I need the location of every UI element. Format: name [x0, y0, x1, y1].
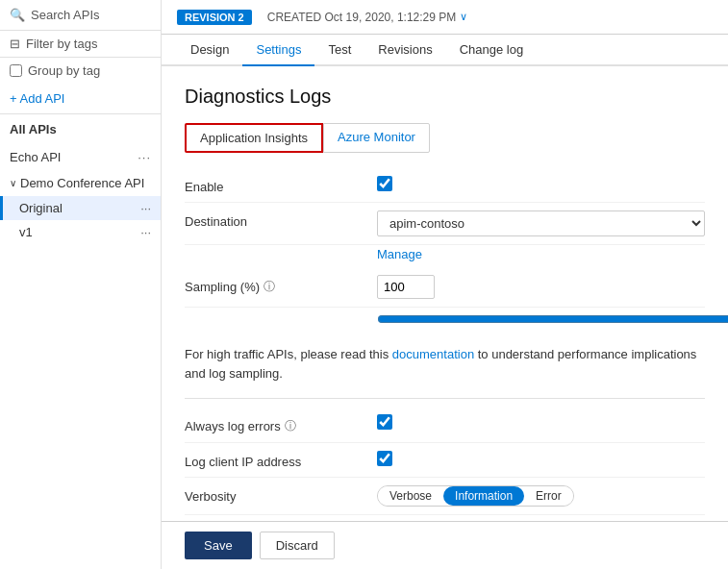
- tab-settings[interactable]: Settings: [242, 35, 314, 66]
- verbosity-row: Verbosity Verbose Information Error: [185, 478, 705, 515]
- v1-label: v1: [19, 225, 33, 239]
- content-area: Diagnostics Logs Application Insights Az…: [162, 66, 728, 521]
- manage-link[interactable]: Manage: [377, 247, 422, 261]
- tab-test[interactable]: Test: [314, 35, 364, 66]
- verbosity-btn-group: Verbose Information Error: [377, 485, 574, 507]
- log-ip-checkbox[interactable]: [377, 451, 392, 466]
- discard-button[interactable]: Discard: [260, 532, 335, 559]
- always-log-row: Always log errors ⓘ: [185, 407, 705, 443]
- enable-row: Enable: [185, 168, 705, 203]
- topbar: REVISION 2 CREATED Oct 19, 2020, 1:12:29…: [162, 0, 728, 35]
- original-label: Original: [19, 201, 63, 215]
- log-ip-control: [377, 451, 705, 469]
- verbosity-control: Verbose Information Error: [377, 485, 705, 507]
- v1-menu[interactable]: ···: [140, 225, 151, 239]
- documentation-link[interactable]: documentation: [392, 347, 474, 361]
- log-ip-label: Log client IP address: [185, 451, 377, 469]
- echo-api-label: Echo API: [10, 150, 61, 164]
- sampling-input[interactable]: [377, 275, 435, 299]
- verbosity-verbose[interactable]: Verbose: [378, 486, 443, 506]
- sampling-row: Sampling (%) ⓘ: [185, 267, 705, 308]
- created-text: CREATED Oct 19, 2020, 1:12:29 PM ∨: [267, 11, 468, 24]
- sampling-slider[interactable]: [377, 311, 728, 327]
- save-button[interactable]: Save: [185, 532, 252, 559]
- original-menu[interactable]: ···: [140, 201, 151, 215]
- destination-label: Destination: [185, 210, 377, 229]
- sampling-info-icon[interactable]: ⓘ: [264, 279, 275, 295]
- always-log-label: Always log errors ⓘ: [185, 414, 377, 434]
- always-log-control: [377, 414, 705, 433]
- page-title: Diagnostics Logs: [185, 86, 705, 108]
- always-log-info-icon[interactable]: ⓘ: [285, 418, 296, 434]
- chevron-down-icon: ∨: [10, 178, 16, 188]
- sidebar-item-echo-api[interactable]: Echo API ···: [0, 144, 161, 170]
- group-by-tag: Group by tag: [0, 58, 161, 84]
- main-content: REVISION 2 CREATED Oct 19, 2020, 1:12:29…: [162, 0, 728, 569]
- sampling-control: [377, 275, 705, 299]
- add-api-button[interactable]: + Add API: [0, 84, 161, 114]
- manage-row: Manage: [185, 245, 705, 267]
- sub-tabs: Application Insights Azure Monitor: [185, 123, 705, 153]
- group-by-tag-label: Group by tag: [28, 63, 100, 78]
- group-by-tag-checkbox[interactable]: [10, 64, 22, 77]
- nav-tabs: Design Settings Test Revisions Change lo…: [162, 35, 728, 66]
- demo-conference-label: Demo Conference API: [20, 176, 144, 190]
- enable-label: Enable: [185, 176, 377, 194]
- search-label: Search APIs: [31, 8, 100, 22]
- sidebar: 🔍 Search APIs ⊟ Filter by tags Group by …: [0, 0, 162, 569]
- tab-design[interactable]: Design: [177, 35, 242, 66]
- sub-tab-application-insights[interactable]: Application Insights: [185, 123, 323, 153]
- enable-control: [377, 176, 705, 194]
- sampling-label: Sampling (%) ⓘ: [185, 275, 377, 295]
- divider-1: [185, 398, 705, 399]
- search-icon: 🔍: [10, 8, 25, 22]
- sidebar-item-original[interactable]: Original ···: [0, 196, 161, 220]
- revision-badge: REVISION 2: [177, 10, 252, 25]
- always-log-checkbox[interactable]: [377, 414, 392, 430]
- tab-change-log[interactable]: Change log: [446, 35, 538, 66]
- verbosity-label: Verbosity: [185, 485, 377, 504]
- filter-by-tags[interactable]: ⊟ Filter by tags: [0, 31, 161, 58]
- tab-revisions[interactable]: Revisions: [364, 35, 445, 66]
- destination-select[interactable]: apim-contoso: [377, 210, 705, 236]
- revision-chevron-icon[interactable]: ∨: [460, 11, 467, 23]
- verbosity-error[interactable]: Error: [524, 486, 573, 506]
- filter-label: Filter by tags: [26, 37, 97, 51]
- sidebar-item-demo-conference-api[interactable]: ∨ Demo Conference API: [0, 170, 161, 196]
- all-apis-title: All APIs: [0, 114, 161, 144]
- sub-tab-azure-monitor[interactable]: Azure Monitor: [323, 123, 430, 153]
- search-apis[interactable]: 🔍 Search APIs: [0, 0, 161, 31]
- verbosity-information[interactable]: Information: [443, 486, 524, 506]
- info-text: For high traffic APIs, please read this …: [185, 337, 705, 390]
- filter-icon: ⊟: [10, 37, 20, 51]
- enable-checkbox[interactable]: [377, 176, 392, 191]
- log-ip-row: Log client IP address: [185, 443, 705, 478]
- echo-api-menu[interactable]: ···: [138, 150, 151, 164]
- destination-control: apim-contoso: [377, 210, 705, 236]
- destination-row: Destination apim-contoso: [185, 203, 705, 245]
- slider-row: [185, 308, 705, 337]
- footer: Save Discard: [162, 521, 728, 569]
- sidebar-item-v1[interactable]: v1 ···: [0, 220, 161, 244]
